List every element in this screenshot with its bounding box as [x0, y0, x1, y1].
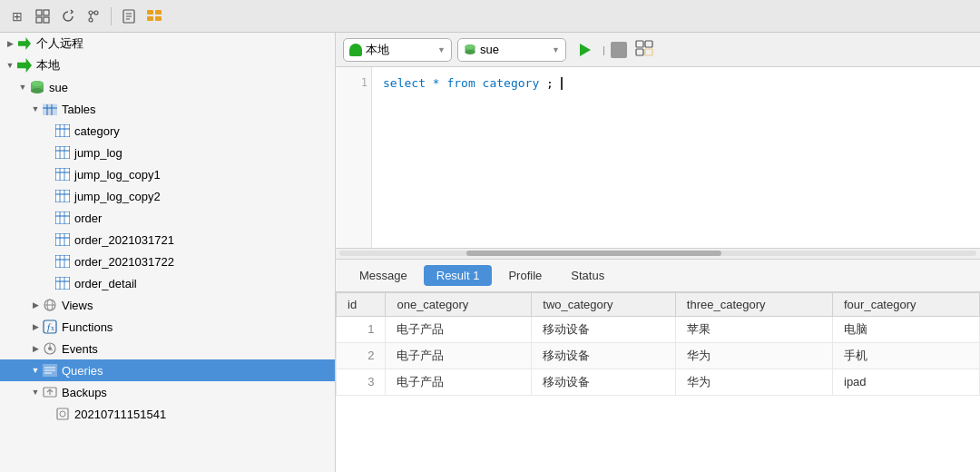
sidebar-label-views: Views [62, 299, 335, 312]
table-icon-order_detail [54, 275, 71, 291]
sidebar-item-order[interactable]: order [0, 207, 335, 229]
svg-point-17 [31, 88, 44, 93]
cell-four-1: 手机 [833, 342, 980, 369]
table-icon-jump_log [54, 144, 71, 161]
toolbar-icon-git[interactable] [83, 6, 103, 26]
col-header-three-category: three_category [675, 292, 832, 316]
sql-editor[interactable]: 1 select * from category ; [336, 67, 980, 249]
col-header-four-category: four_category [833, 292, 980, 316]
schema-icon [464, 44, 476, 56]
svg-rect-19 [43, 104, 57, 115]
sql-content[interactable]: select * from category ; [372, 67, 980, 248]
cell-one-0: 电子产品 [386, 316, 532, 342]
schema-selector-label: sue [480, 43, 548, 56]
top-toolbar: ⊞ [0, 0, 980, 33]
svg-point-18 [31, 81, 44, 86]
toolbar-icon-grid[interactable]: ⊞ [7, 6, 27, 26]
sql-semicolon: ; [546, 76, 554, 90]
table-row: 3 电子产品 移动设备 华为 ipad [337, 369, 980, 395]
cell-id-2: 3 [337, 369, 386, 395]
sidebar-item-events[interactable]: Events [0, 338, 335, 359]
data-table-wrap: id one_category two_category three_categ… [336, 292, 980, 473]
sql-keyword-from: from [446, 76, 475, 90]
stop-button[interactable] [611, 42, 627, 58]
svg-rect-31 [55, 168, 70, 181]
svg-rect-0 [36, 10, 42, 15]
sidebar-item-views[interactable]: Views [0, 294, 335, 316]
grid-button[interactable] [632, 40, 656, 60]
sidebar-item-order_2021031721[interactable]: order_2021031721 [0, 229, 335, 251]
toolbar-icon-layout[interactable] [33, 6, 53, 26]
sidebar-item-order_2021031722[interactable]: order_2021031722 [0, 251, 335, 272]
sidebar-item-queries[interactable]: Queries [0, 359, 335, 381]
svg-rect-3 [44, 17, 49, 23]
toolbar-separator [111, 7, 112, 25]
toolbar-icon-doc[interactable] [119, 6, 139, 26]
svg-rect-79 [645, 41, 652, 47]
db-icon [29, 79, 45, 95]
col-header-id: id [337, 292, 386, 316]
svg-point-75 [466, 50, 475, 54]
arrow-sue [16, 83, 29, 92]
editor-scrollbar[interactable] [336, 249, 980, 260]
cell-id-1: 2 [337, 342, 386, 369]
tab-message[interactable]: Message [347, 265, 420, 286]
toolbar-icon-grid2[interactable] [144, 6, 164, 26]
sidebar-item-tables[interactable]: Tables [0, 98, 335, 120]
arrow-queries [29, 366, 42, 375]
local-icon [16, 57, 33, 74]
sidebar-label-events: Events [62, 342, 335, 356]
tab-status[interactable]: Status [558, 265, 617, 286]
sidebar-label-backup-item: 20210711151541 [74, 408, 335, 421]
toolbar-icon-refresh[interactable] [58, 6, 78, 26]
table-icon-order [54, 210, 71, 226]
table-icon-order_2021031722 [54, 253, 71, 270]
scrollbar-track[interactable] [339, 251, 976, 256]
run-button[interactable] [572, 38, 597, 62]
sidebar-label-backups: Backups [62, 386, 335, 399]
schema-selector[interactable]: sue ▼ [457, 38, 566, 62]
svg-rect-51 [55, 277, 70, 290]
sidebar-item-order_detail[interactable]: order_detail [0, 272, 335, 294]
line-numbers: 1 [336, 67, 372, 248]
sidebar-item-category[interactable]: category [0, 120, 335, 142]
tab-result1[interactable]: Result 1 [424, 265, 493, 286]
sidebar-label-order_2021031722: order_2021031722 [74, 255, 335, 269]
svg-rect-23 [55, 124, 70, 137]
svg-text:x: x [51, 324, 54, 332]
sidebar-item-backup-item[interactable]: 20210711151541 [0, 403, 335, 425]
sidebar-item-personal-remote[interactable]: 个人远程 [0, 33, 335, 54]
sidebar: 个人远程 本地 sue [0, 33, 336, 472]
sidebar-item-local[interactable]: 本地 [0, 54, 335, 76]
sidebar-label-jump_log: jump_log [74, 146, 335, 160]
svg-rect-27 [55, 146, 70, 159]
svg-rect-47 [55, 255, 70, 268]
sql-operator-star: * [433, 76, 440, 90]
svg-rect-13 [147, 16, 153, 21]
svg-point-76 [466, 44, 475, 49]
table-icon-jump_log_copy1 [54, 166, 71, 182]
cell-four-0: 电脑 [833, 316, 980, 342]
views-icon [42, 297, 58, 313]
db-selector-local[interactable]: 本地 ▼ [343, 38, 452, 62]
svg-rect-43 [55, 233, 70, 246]
sidebar-item-backups[interactable]: Backups [0, 381, 335, 403]
arrow-functions [29, 322, 42, 331]
arrow-backups [29, 388, 42, 397]
sidebar-item-jump_log_copy1[interactable]: jump_log_copy1 [0, 163, 335, 185]
db-selector-icon [349, 44, 362, 56]
sidebar-item-sue[interactable]: sue [0, 76, 335, 98]
sidebar-item-jump_log_copy2[interactable]: jump_log_copy2 [0, 185, 335, 207]
sidebar-label-functions: Functions [62, 320, 335, 334]
query-toolbar: 本地 ▼ sue ▼ | [336, 33, 980, 67]
sidebar-item-jump_log[interactable]: jump_log [0, 142, 335, 163]
cell-four-2: ipad [833, 369, 980, 395]
tab-profile[interactable]: Profile [495, 265, 554, 286]
col-header-one-category: one_category [386, 292, 532, 316]
sidebar-label-jump_log_copy2: jump_log_copy2 [74, 190, 335, 203]
sidebar-item-functions[interactable]: fx Functions [0, 316, 335, 338]
sidebar-label-order: order [74, 211, 335, 225]
sql-cursor [561, 77, 563, 90]
cell-two-0: 移动设备 [532, 316, 676, 342]
sidebar-label-personal-remote: 个人远程 [36, 35, 335, 52]
